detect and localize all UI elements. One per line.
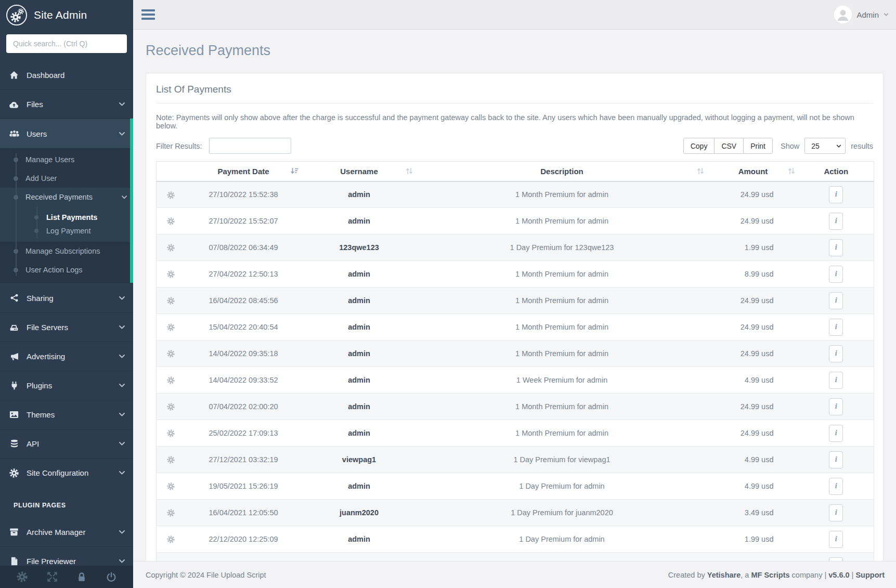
info-button[interactable]: i [829, 531, 843, 548]
payment-date-cell: 14/04/2022 09:33:52 [185, 367, 302, 394]
sidebar-item-list-payments[interactable]: List Payments [0, 211, 133, 224]
amount-cell: 24.99 usd [708, 341, 799, 367]
payment-date-cell: 27/04/2022 12:50:13 [185, 261, 302, 288]
sidebar-item-sharing[interactable]: Sharing [0, 283, 133, 312]
sidebar-item-file-servers[interactable]: File Servers [0, 312, 133, 342]
support-link[interactable]: Support [855, 571, 885, 579]
info-button[interactable]: i [829, 557, 843, 561]
payments-note: Note: Payments will only show above afte… [156, 113, 873, 130]
sidebar-footer-toolbar [0, 566, 133, 588]
sidebar-item-users[interactable]: Users [0, 119, 133, 148]
chevron-down-icon [119, 471, 125, 475]
sidebar-item-received-payments[interactable]: Received Payments [0, 188, 133, 206]
table-row: 27/04/2022 12:50:13 admin 1 Month Premiu… [157, 261, 874, 288]
card-title: List Of Payments [156, 84, 873, 95]
sidebar-item-log-payment[interactable]: Log Payment [0, 224, 133, 238]
username-column-header[interactable]: Username [302, 162, 417, 181]
users-submenu: Manage Users Add User Received Payments … [0, 148, 133, 283]
chevron-down-icon [122, 195, 127, 199]
sidebar-item-archive-manager[interactable]: Archive Manager [0, 517, 133, 546]
active-section-indicator [130, 119, 133, 283]
sidebar-item-site-configuration[interactable]: Site Configuration [0, 458, 133, 487]
info-button[interactable]: i [829, 478, 843, 495]
info-button[interactable]: i [829, 425, 843, 442]
amount-cell: 4.99 usd [708, 473, 799, 500]
table-row: 15/04/2022 20:40:54 admin 1 Month Premiu… [157, 314, 874, 341]
info-button[interactable]: i [829, 186, 843, 203]
description-column-header[interactable]: Description [417, 162, 708, 181]
amount-column-header[interactable]: Amount [708, 162, 799, 181]
payment-gear-icon [157, 288, 185, 314]
top-header-bar: Admin [133, 0, 896, 30]
table-row: 14/04/2022 09:35:18 admin 1 Month Premiu… [157, 341, 874, 367]
sidebar-item-advertising[interactable]: Advertising [0, 342, 133, 371]
yetishare-link[interactable]: Yetishare [707, 571, 741, 579]
sort-desc-icon[interactable] [290, 167, 298, 175]
sidebar-item-user-action-logs[interactable]: User Action Logs [0, 260, 133, 279]
chevron-down-icon [119, 296, 125, 300]
settings-gear-icon[interactable] [17, 571, 28, 582]
fullscreen-expand-icon[interactable] [47, 571, 58, 582]
page-size-select[interactable]: 25 [804, 138, 846, 154]
payment-gear-icon [157, 473, 185, 500]
sidebar-item-themes[interactable]: Themes [0, 400, 133, 429]
amount-cell: 24.99 usd [708, 394, 799, 420]
amount-cell: 1.99 usd [708, 526, 799, 553]
sort-both-icon[interactable] [697, 167, 704, 175]
chevron-down-icon [119, 132, 125, 136]
action-cell: i [799, 181, 874, 208]
table-row: 16/04/2021 12:05:50 juanm2020 1 Day Prem… [157, 500, 874, 526]
info-button[interactable]: i [829, 504, 843, 521]
sidebar-item-plugins[interactable]: Plugins [0, 371, 133, 400]
table-row-partial: i [157, 553, 874, 561]
mfscripts-link[interactable]: MF Scripts [751, 571, 789, 579]
table-row: 07/04/2022 02:00:20 admin 1 Month Premiu… [157, 394, 874, 420]
table-row: 27/12/2021 03:32:19 viewpag1 1 Day Premi… [157, 447, 874, 473]
info-button[interactable]: i [829, 266, 843, 283]
sidebar-item-manage-subscriptions[interactable]: Manage Subscriptions [0, 242, 133, 260]
filter-results-input[interactable] [209, 138, 291, 154]
username-cell: admin [302, 341, 417, 367]
quick-search-input[interactable] [6, 34, 127, 53]
info-button[interactable]: i [829, 292, 843, 309]
table-row: 27/10/2022 15:52:07 admin 1 Month Premiu… [157, 208, 874, 234]
plugin-pages-heading: PLUGIN PAGES [0, 502, 133, 509]
sort-both-icon[interactable] [788, 167, 795, 175]
megaphone-icon [8, 352, 20, 361]
copy-button[interactable]: Copy [683, 138, 715, 154]
sidebar-item-manage-users[interactable]: Manage Users [0, 150, 133, 169]
site-admin-logo-icon [6, 5, 27, 25]
info-button[interactable]: i [829, 319, 843, 336]
payment-date-column-header[interactable]: Payment Date [185, 162, 302, 181]
lock-icon[interactable] [76, 572, 87, 582]
info-button[interactable]: i [829, 398, 843, 415]
amount-cell: 24.99 usd [708, 420, 799, 447]
info-button[interactable]: i [829, 372, 843, 389]
sidebar-item-dashboard[interactable]: Dashboard [0, 60, 133, 89]
sidebar-item-api[interactable]: API [0, 429, 133, 458]
sort-both-icon[interactable] [406, 167, 413, 175]
filter-results-label: Filter Results: [156, 142, 202, 150]
username-cell: admin [302, 261, 417, 288]
brand[interactable]: Site Admin [0, 0, 133, 30]
sidebar-section-users: Users Manage Users Add User Received Pay… [0, 119, 133, 283]
sidebar-item-files[interactable]: Files [0, 89, 133, 119]
chevron-down-icon [119, 559, 125, 563]
sidebar-item-add-user[interactable]: Add User [0, 169, 133, 188]
plug-icon [8, 381, 20, 390]
chevron-down-icon [884, 13, 889, 16]
amount-cell: 24.99 usd [708, 288, 799, 314]
csv-button[interactable]: CSV [714, 138, 744, 154]
sidebar-toggle-hamburger-icon[interactable] [140, 7, 156, 22]
username-cell: viewpag1 [302, 447, 417, 473]
admin-user-menu[interactable]: Admin [834, 6, 889, 23]
print-button[interactable]: Print [743, 138, 773, 154]
info-button[interactable]: i [829, 239, 843, 256]
users-icon [8, 129, 20, 138]
table-row: 14/04/2022 09:33:52 admin 1 Week Premium… [157, 367, 874, 394]
payment-gear-icon [157, 341, 185, 367]
info-button[interactable]: i [829, 345, 843, 362]
info-button[interactable]: i [829, 213, 843, 230]
power-icon[interactable] [106, 572, 116, 582]
info-button[interactable]: i [829, 451, 843, 468]
